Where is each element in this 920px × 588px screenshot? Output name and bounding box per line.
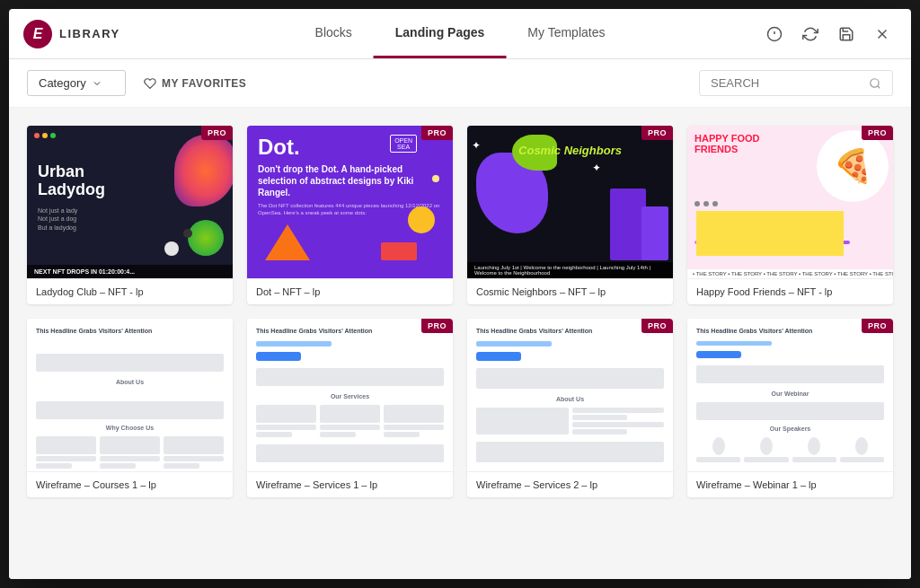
card-label-wf-services1: Wireframe – Services 1 – lp xyxy=(247,471,453,497)
card-food[interactable]: PRO HAPPY FOOD FRIENDS 🍕 xyxy=(687,126,893,304)
card-label-dot: Dot – NFT – lp xyxy=(247,278,453,304)
pro-badge: PRO xyxy=(421,126,453,140)
favorites-button[interactable]: MY FAVORITES xyxy=(140,74,250,93)
close-button[interactable] xyxy=(868,20,897,48)
nav-tabs: Blocks Landing Pages My Templates xyxy=(294,9,627,58)
tab-blocks[interactable]: Blocks xyxy=(294,9,374,58)
pro-badge: PRO xyxy=(862,319,893,333)
card-label-food: Happy Food Friends – NFT - lp xyxy=(687,278,893,304)
save-icon xyxy=(838,26,854,42)
card-thumbnail-wf-services1: PRO This Headline Grabs Visitors' Attent… xyxy=(247,319,453,471)
toolbar: Category MY FAVORITES xyxy=(9,59,911,108)
library-modal: E LIBRARY Blocks Landing Pages My Templa… xyxy=(9,9,911,579)
template-grid-container: PRO UrbanLadydog Not just a ladyNot just… xyxy=(9,108,911,579)
pro-badge: PRO xyxy=(201,126,233,140)
pro-badge: PRO xyxy=(641,126,673,140)
chevron-down-icon xyxy=(92,78,102,89)
card-thumbnail-wf-services2: PRO This Headline Grabs Visitors' Attent… xyxy=(467,319,673,471)
heart-icon xyxy=(144,77,156,90)
card-thumbnail-wf-courses: This Headline Grabs Visitors' Attention … xyxy=(27,319,233,471)
save-button[interactable] xyxy=(832,20,861,48)
refresh-button[interactable] xyxy=(796,20,825,48)
search-input[interactable] xyxy=(711,76,862,90)
card-dot[interactable]: PRO Dot. OPENSEA Don't drop the Dot. A h… xyxy=(247,126,453,304)
card-thumbnail-food: PRO HAPPY FOOD FRIENDS 🍕 xyxy=(687,126,893,278)
logo-icon: E xyxy=(23,20,52,48)
card-label-cosmic: Cosmic Neighbors – NFT – lp xyxy=(467,278,673,304)
search-area xyxy=(699,70,893,96)
modal-header: E LIBRARY Blocks Landing Pages My Templa… xyxy=(9,9,911,59)
refresh-icon xyxy=(802,26,818,42)
card-wf-courses[interactable]: This Headline Grabs Visitors' Attention … xyxy=(27,319,233,497)
pro-badge: PRO xyxy=(862,126,893,140)
card-thumbnail-dot: PRO Dot. OPENSEA Don't drop the Dot. A h… xyxy=(247,126,453,278)
pro-badge: PRO xyxy=(641,319,673,333)
card-label-ladydog: Ladydog Club – NFT - lp xyxy=(27,278,233,304)
card-ladydog[interactable]: PRO UrbanLadydog Not just a ladyNot just… xyxy=(27,126,233,304)
card-thumbnail-cosmic: PRO Cosmic Neighbors ✦ ✦ Launching July … xyxy=(467,126,673,278)
logo-text: LIBRARY xyxy=(59,27,120,40)
card-cosmic[interactable]: PRO Cosmic Neighbors ✦ ✦ Launching July … xyxy=(467,126,673,304)
search-icon xyxy=(869,77,881,90)
header-actions xyxy=(760,20,897,48)
svg-line-6 xyxy=(878,85,880,88)
card-label-wf-courses: Wireframe – Courses 1 – lp xyxy=(27,471,233,497)
svg-point-5 xyxy=(871,78,879,86)
card-label-wf-services2: Wireframe – Services 2 – lp xyxy=(467,471,673,497)
card-wf-services2[interactable]: PRO This Headline Grabs Visitors' Attent… xyxy=(467,319,673,497)
tab-my-templates[interactable]: My Templates xyxy=(506,9,626,58)
card-wf-webinar[interactable]: PRO This Headline Grabs Visitors' Attent… xyxy=(687,319,893,497)
card-thumbnail-wf-webinar: PRO This Headline Grabs Visitors' Attent… xyxy=(687,319,893,471)
card-label-wf-webinar: Wireframe – Webinar 1 – lp xyxy=(687,471,893,497)
template-grid: PRO UrbanLadydog Not just a ladyNot just… xyxy=(27,126,893,497)
info-button[interactable] xyxy=(760,20,789,48)
close-icon xyxy=(874,26,890,42)
logo-area: E LIBRARY xyxy=(23,20,167,48)
pro-badge: PRO xyxy=(421,319,453,333)
category-dropdown[interactable]: Category xyxy=(27,70,126,96)
tab-landing-pages[interactable]: Landing Pages xyxy=(374,9,507,58)
card-thumbnail-ladydog: PRO UrbanLadydog Not just a ladyNot just… xyxy=(27,126,233,278)
card-wf-services1[interactable]: PRO This Headline Grabs Visitors' Attent… xyxy=(247,319,453,497)
info-icon xyxy=(766,26,783,42)
